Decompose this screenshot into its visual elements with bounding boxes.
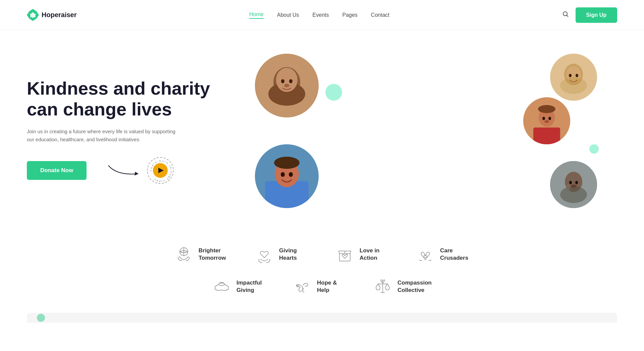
bottom-section-partial xyxy=(27,313,617,323)
curved-arrow xyxy=(107,164,140,177)
hero-title: Kindness and charity can change lives xyxy=(27,78,235,119)
icon-impactful-giving: ImpactfulGiving xyxy=(212,277,266,296)
hero-description: Join us in creating a future where every… xyxy=(27,128,181,144)
svg-point-36 xyxy=(567,184,571,191)
child-image-3 xyxy=(523,97,570,144)
svg-point-28 xyxy=(289,172,293,177)
svg-point-23 xyxy=(538,105,555,113)
svg-point-21 xyxy=(548,117,551,120)
nav-about[interactable]: About Us xyxy=(277,12,299,18)
svg-point-8 xyxy=(281,79,284,83)
svg-line-1 xyxy=(567,15,568,17)
arrow-video: Learn more through video · xyxy=(107,157,174,184)
hope-help-label: Hope &Help xyxy=(317,279,337,294)
child-image-4 xyxy=(255,144,319,208)
navbar: Hoperaiser Home About Us Events Pages Co… xyxy=(0,0,644,30)
icon-compassion-collective: CompassionCollective xyxy=(373,277,432,296)
svg-rect-39 xyxy=(339,254,350,261)
icons-row-1: BrighterTomorrow GivingHearts Love inAct… xyxy=(27,238,617,270)
svg-point-20 xyxy=(542,117,545,120)
svg-marker-2 xyxy=(135,172,139,176)
svg-point-27 xyxy=(281,172,285,177)
love-in-action-label: Love inAction xyxy=(360,247,380,262)
svg-rect-18 xyxy=(533,128,560,144)
svg-point-10 xyxy=(284,84,289,87)
decorative-dot-1 xyxy=(325,84,342,101)
hero-actions: Donate Now Learn more throug xyxy=(27,157,235,184)
svg-point-7 xyxy=(276,68,298,92)
giving-hearts-label: GivingHearts xyxy=(279,247,297,262)
signup-button[interactable]: Sign Up xyxy=(576,7,617,23)
svg-point-33 xyxy=(575,181,578,184)
icon-love-in-action: Love inAction xyxy=(335,245,389,264)
logo-text: Hoperaiser xyxy=(42,11,77,19)
icons-row-2: ImpactfulGiving Hope &Help Com xyxy=(27,270,617,303)
hero-section: Kindness and charity can change lives Jo… xyxy=(0,30,644,225)
icons-section: BrighterTomorrow GivingHearts Love inAct… xyxy=(0,225,644,309)
hero-images xyxy=(235,50,617,211)
svg-point-32 xyxy=(569,181,572,184)
logo[interactable]: Hoperaiser xyxy=(27,9,77,21)
icon-care-crusaders: CareCrusaders xyxy=(416,245,470,264)
svg-point-0 xyxy=(563,12,567,16)
svg-point-9 xyxy=(289,79,292,83)
compassion-collective-label: CompassionCollective xyxy=(397,279,432,294)
search-button[interactable] xyxy=(562,11,569,19)
nav-contact[interactable]: Contact xyxy=(371,12,389,18)
svg-point-35 xyxy=(560,186,587,203)
svg-point-22 xyxy=(544,120,549,123)
nav-home[interactable]: Home xyxy=(249,11,264,19)
svg-point-14 xyxy=(569,74,572,77)
nav-links: Home About Us Events Pages Contact xyxy=(249,11,389,19)
child-image-2 xyxy=(550,54,597,101)
care-crusaders-label: CareCrusaders xyxy=(440,247,468,262)
decorative-dot-2 xyxy=(589,144,599,154)
svg-text:Learn more through video ·: Learn more through video · xyxy=(149,159,173,183)
hero-text: Kindness and charity can change lives Jo… xyxy=(27,78,235,184)
icon-giving-hearts: GivingHearts xyxy=(255,245,309,264)
donate-button[interactable]: Donate Now xyxy=(27,161,87,180)
svg-point-16 xyxy=(560,77,587,94)
bottom-dot xyxy=(37,314,45,322)
svg-point-29 xyxy=(274,157,300,169)
brighter-tomorrow-label: BrighterTomorrow xyxy=(199,247,226,262)
icon-brighter-tomorrow: BrighterTomorrow xyxy=(174,245,228,264)
nav-events[interactable]: Events xyxy=(313,12,329,18)
nav-pages[interactable]: Pages xyxy=(342,12,357,18)
child-image-5 xyxy=(550,161,597,208)
child-image-1 xyxy=(255,54,319,117)
svg-point-15 xyxy=(576,74,578,77)
video-button[interactable]: Learn more through video · xyxy=(147,157,174,184)
icon-hope-help: Hope &Help xyxy=(293,277,346,296)
impactful-giving-label: ImpactfulGiving xyxy=(236,279,262,294)
nav-right: Sign Up xyxy=(562,7,617,23)
logo-icon xyxy=(27,9,39,21)
